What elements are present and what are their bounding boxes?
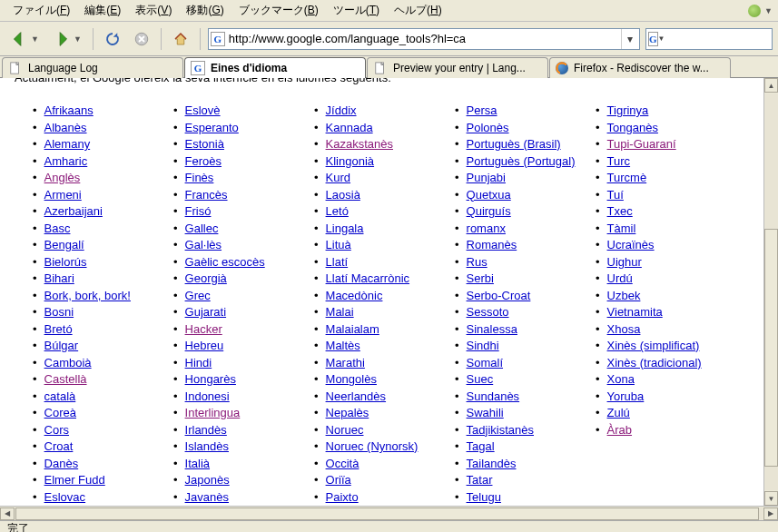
language-link[interactable]: Laosià <box>326 187 360 204</box>
search-engine-icon[interactable]: G <box>648 32 658 46</box>
language-link[interactable]: Swahili <box>467 405 504 422</box>
reload-button[interactable] <box>101 27 124 51</box>
language-link[interactable]: Sundanès <box>467 389 520 406</box>
language-link[interactable]: Feroès <box>185 153 222 171</box>
menu-bookmark[interactable]: ブックマーク(B) <box>231 1 326 20</box>
language-link[interactable]: Basc <box>44 221 71 238</box>
language-link[interactable]: Serbo-Croat <box>467 288 531 305</box>
language-link[interactable]: Estonià <box>185 136 224 153</box>
menu-go[interactable]: 移動(G) <box>179 1 231 20</box>
scroll-track[interactable] <box>15 507 763 520</box>
language-link[interactable]: Georgià <box>185 271 227 288</box>
language-link[interactable]: Alemany <box>44 136 91 153</box>
language-link[interactable]: Polonès <box>467 120 509 137</box>
scroll-thumb[interactable] <box>15 507 759 520</box>
language-link[interactable]: Hongarès <box>185 371 236 389</box>
language-link[interactable]: Nepalès <box>326 405 369 422</box>
search-bar[interactable]: G ▼ <box>645 28 773 50</box>
language-link[interactable]: Esperanto <box>185 120 239 137</box>
language-link[interactable]: Tuí <box>607 187 624 204</box>
language-link[interactable]: Macedònic <box>326 288 383 305</box>
language-link[interactable]: català <box>44 389 76 406</box>
language-link[interactable]: Telugu <box>467 489 501 507</box>
language-link[interactable]: Amharic <box>44 153 88 171</box>
language-link[interactable]: Tigrinya <box>607 103 649 120</box>
language-link[interactable]: Tatar <box>467 472 493 489</box>
language-link[interactable]: Tagal <box>467 438 495 456</box>
language-link[interactable]: Vietnamita <box>607 304 663 321</box>
language-link[interactable]: Xhosa <box>607 321 641 339</box>
language-link[interactable]: Maltès <box>326 338 360 355</box>
language-link[interactable]: Gal·lès <box>185 237 222 254</box>
language-link[interactable]: Uighur <box>607 254 642 271</box>
language-link[interactable]: Javanès <box>185 489 229 507</box>
language-link[interactable]: Búlgar <box>44 338 79 355</box>
language-link[interactable]: Malai <box>326 304 354 321</box>
language-link[interactable]: Tonganès <box>607 120 658 137</box>
language-link[interactable]: Quetxua <box>467 187 511 204</box>
home-button[interactable] <box>169 27 192 51</box>
language-link[interactable]: Azerbaijani <box>44 203 103 221</box>
language-link[interactable]: Bihari <box>44 271 74 288</box>
menu-help[interactable]: ヘルプ(H) <box>387 1 449 20</box>
language-link[interactable]: Romanès <box>467 237 517 254</box>
language-link[interactable]: Anglès <box>44 170 81 187</box>
language-link[interactable]: Hebreu <box>185 338 224 355</box>
language-link[interactable]: Rus <box>467 254 487 271</box>
url-dropdown[interactable]: ▾ <box>621 29 637 49</box>
language-link[interactable]: Xinès (simplificat) <box>607 338 700 355</box>
language-link[interactable]: Eslovac <box>44 489 86 507</box>
language-link[interactable]: Coreà <box>44 405 76 422</box>
language-link[interactable]: Frisó <box>185 203 212 221</box>
language-link[interactable]: Francès <box>185 187 228 204</box>
language-link[interactable]: Klingonià <box>326 153 375 171</box>
back-button[interactable]: ▼ <box>5 25 43 53</box>
language-link[interactable]: Ucraïnès <box>607 237 655 254</box>
language-link[interactable]: Uzbek <box>607 288 641 305</box>
language-link[interactable]: Italià <box>185 456 210 473</box>
language-link[interactable]: Lingala <box>326 221 364 238</box>
language-link[interactable]: Gujarati <box>185 304 227 321</box>
tab-eines-idioma[interactable]: G Eines d'idioma <box>184 57 366 78</box>
vertical-scrollbar[interactable]: ▲ ▼ <box>763 78 778 506</box>
scroll-thumb[interactable] <box>764 229 778 467</box>
language-link[interactable]: Danès <box>44 456 79 473</box>
language-link[interactable]: Àrab <box>607 422 632 439</box>
language-link[interactable]: Kannada <box>326 120 373 137</box>
language-link[interactable]: romanx <box>467 221 506 238</box>
language-link[interactable]: Lituà <box>326 237 351 254</box>
language-link[interactable]: Tadjikistanès <box>467 422 534 439</box>
forward-button[interactable]: ▼ <box>48 25 85 53</box>
language-link[interactable]: Malaialam <box>326 321 379 339</box>
language-link[interactable]: Bork, bork, bork! <box>44 288 131 305</box>
language-link[interactable]: Bielorús <box>44 254 87 271</box>
language-link[interactable]: Japonès <box>185 472 230 489</box>
language-link[interactable]: Txec <box>607 203 633 221</box>
language-link[interactable]: Armeni <box>44 187 82 204</box>
language-link[interactable]: Sessoto <box>467 304 509 321</box>
language-link[interactable]: Bretó <box>44 321 73 339</box>
language-link[interactable]: Albanès <box>44 120 87 137</box>
language-link[interactable]: Xona <box>607 371 635 389</box>
language-link[interactable]: Bosni <box>44 304 74 321</box>
language-link[interactable]: Paixto <box>326 489 359 507</box>
language-link[interactable]: Bengalí <box>44 237 84 254</box>
language-link[interactable]: Suec <box>467 371 494 389</box>
language-link[interactable]: Kazakstanès <box>326 136 393 153</box>
language-link[interactable]: Irlandès <box>185 422 227 439</box>
language-link[interactable]: Kurd <box>326 170 350 187</box>
language-link[interactable]: Afrikaans <box>44 103 94 120</box>
language-link[interactable]: Interlingua <box>185 405 241 422</box>
language-link[interactable]: Finès <box>185 170 214 187</box>
language-link[interactable]: Croat <box>44 438 74 456</box>
language-link[interactable]: Cors <box>44 422 69 439</box>
url-bar[interactable]: G ▾ <box>208 28 640 50</box>
menu-tools[interactable]: ツール(T) <box>326 1 387 20</box>
language-link[interactable]: Neerlandès <box>326 389 387 406</box>
language-link[interactable]: Tupi-Guaraní <box>607 136 676 153</box>
language-link[interactable]: Letó <box>326 203 349 221</box>
search-engine-dropdown[interactable]: ▼ <box>658 34 665 43</box>
language-link[interactable]: Persa <box>467 103 497 120</box>
language-link[interactable]: Oriïa <box>326 472 351 489</box>
language-link[interactable]: Llatí Macarrònic <box>326 271 409 288</box>
